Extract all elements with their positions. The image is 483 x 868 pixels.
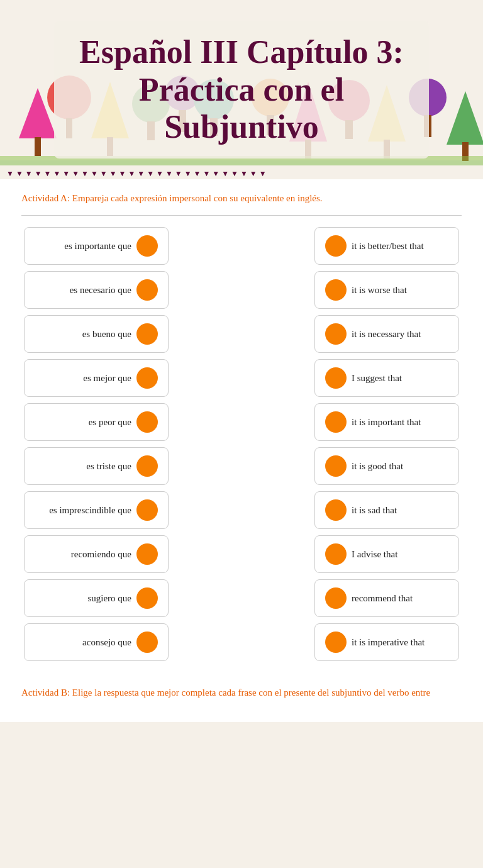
left-card-5[interactable]: es peor que	[24, 403, 169, 441]
matching-pairs: es importante que it is better/best that…	[21, 227, 462, 661]
table-row: aconsejo que it is imperative that	[24, 623, 459, 661]
table-row: es triste que it is good that	[24, 447, 459, 485]
right-card-4[interactable]: I suggest that	[314, 359, 459, 397]
right-card-1[interactable]: it is better/best that	[314, 227, 459, 265]
right-card-7[interactable]: it is sad that	[314, 491, 459, 529]
table-row: es imprescindible que it is sad that	[24, 491, 459, 529]
right-text-5: it is important that	[352, 417, 421, 428]
right-text-8: I advise that	[352, 549, 397, 560]
right-text-4: I suggest that	[352, 373, 402, 384]
left-text-3: es bueno que	[82, 329, 131, 340]
table-row: es bueno que it is necessary that	[24, 315, 459, 353]
dot-left-2[interactable]	[136, 279, 158, 301]
dot-left-6[interactable]	[136, 455, 158, 477]
right-text-1: it is better/best that	[352, 241, 424, 252]
right-card-6[interactable]: it is good that	[314, 447, 459, 485]
left-card-4[interactable]: es mejor que	[24, 359, 169, 397]
actividad-b-section: Actividad B: Elige la respuesta que mejo…	[21, 680, 462, 699]
right-text-10: it is imperative that	[352, 637, 425, 648]
left-text-2: es necesario que	[70, 285, 131, 296]
left-text-5: es peor que	[89, 417, 131, 428]
actividad-a-label: Actividad A:	[21, 193, 70, 203]
right-text-9: recommend that	[352, 593, 413, 604]
left-text-4: es mejor que	[83, 373, 131, 384]
right-text-3: it is necessary that	[352, 329, 421, 340]
dot-right-9[interactable]	[325, 587, 347, 609]
dot-right-7[interactable]	[325, 499, 347, 521]
dot-right-6[interactable]	[325, 455, 347, 477]
left-card-6[interactable]: es triste que	[24, 447, 169, 485]
divider	[21, 215, 462, 216]
table-row: es mejor que I suggest that	[24, 359, 459, 397]
dot-right-1[interactable]	[325, 235, 347, 257]
right-card-3[interactable]: it is necessary that	[314, 315, 459, 353]
right-text-7: it is sad that	[352, 505, 397, 516]
dot-left-3[interactable]	[136, 323, 158, 345]
right-card-5[interactable]: it is important that	[314, 403, 459, 441]
left-card-9[interactable]: sugiero que	[24, 579, 169, 617]
table-row: es importante que it is better/best that	[24, 227, 459, 265]
left-card-1[interactable]: es importante que	[24, 227, 169, 265]
dot-right-4[interactable]	[325, 367, 347, 389]
dot-right-10[interactable]	[325, 632, 347, 653]
actividad-b-label: Actividad B:	[21, 687, 70, 698]
dot-left-8[interactable]	[136, 543, 158, 565]
right-card-2[interactable]: it is worse that	[314, 271, 459, 309]
right-text-6: it is good that	[352, 461, 403, 472]
dot-right-5[interactable]	[325, 411, 347, 433]
actividad-a-header: Actividad A: Empareja cada expresión imp…	[21, 192, 462, 205]
left-text-6: es triste que	[86, 461, 131, 472]
dot-right-8[interactable]	[325, 543, 347, 565]
dot-right-3[interactable]	[325, 323, 347, 345]
right-card-8[interactable]: I advise that	[314, 535, 459, 573]
left-text-7: es imprescindible que	[49, 505, 131, 516]
main-content: Actividad A: Empareja cada expresión imp…	[0, 179, 483, 722]
actividad-b-header: Actividad B: Elige la respuesta que mejo…	[21, 686, 462, 699]
table-row: recomiendo que I advise that	[24, 535, 459, 573]
svg-text:▼ ▼ ▼ ▼ ▼ ▼ ▼ ▼ ▼ ▼ ▼ ▼ ▼ ▼ ▼ : ▼ ▼ ▼ ▼ ▼ ▼ ▼ ▼ ▼ ▼ ▼ ▼ ▼ ▼ ▼ ▼ ▼ ▼ ▼ ▼ …	[6, 169, 267, 178]
table-row: es peor que it is important that	[24, 403, 459, 441]
left-card-8[interactable]: recomiendo que	[24, 535, 169, 573]
header: ▼ ▼ ▼ ▼ ▼ ▼ ▼ ▼ ▼ ▼ ▼ ▼ ▼ ▼ ▼ ▼ ▼ ▼ ▼ ▼ …	[0, 0, 483, 179]
right-text-2: it is worse that	[352, 285, 407, 296]
page-title: Español III Capítulo 3: Práctica con el …	[54, 21, 429, 159]
dot-right-2[interactable]	[325, 279, 347, 301]
dot-left-1[interactable]	[136, 235, 158, 257]
right-card-9[interactable]: recommend that	[314, 579, 459, 617]
dot-left-10[interactable]	[136, 632, 158, 653]
left-card-3[interactable]: es bueno que	[24, 315, 169, 353]
actividad-a-description: Empareja cada expresión impersonal con s…	[72, 193, 323, 203]
left-card-10[interactable]: aconsejo que	[24, 623, 169, 661]
left-text-1: es importante que	[64, 241, 131, 252]
left-text-9: sugiero que	[87, 593, 131, 604]
table-row: es necesario que it is worse that	[24, 271, 459, 309]
dot-left-7[interactable]	[136, 499, 158, 521]
right-card-10[interactable]: it is imperative that	[314, 623, 459, 661]
actividad-b-description: Elige la respuesta que mejor completa ca…	[72, 687, 430, 698]
dot-left-4[interactable]	[136, 367, 158, 389]
left-text-8: recomiendo que	[71, 549, 131, 560]
dot-left-5[interactable]	[136, 411, 158, 433]
svg-rect-4	[35, 137, 41, 156]
left-text-10: aconsejo que	[82, 637, 131, 648]
left-card-7[interactable]: es imprescindible que	[24, 491, 169, 529]
table-row: sugiero que recommend that	[24, 579, 459, 617]
dot-left-9[interactable]	[136, 587, 158, 609]
left-card-2[interactable]: es necesario que	[24, 271, 169, 309]
